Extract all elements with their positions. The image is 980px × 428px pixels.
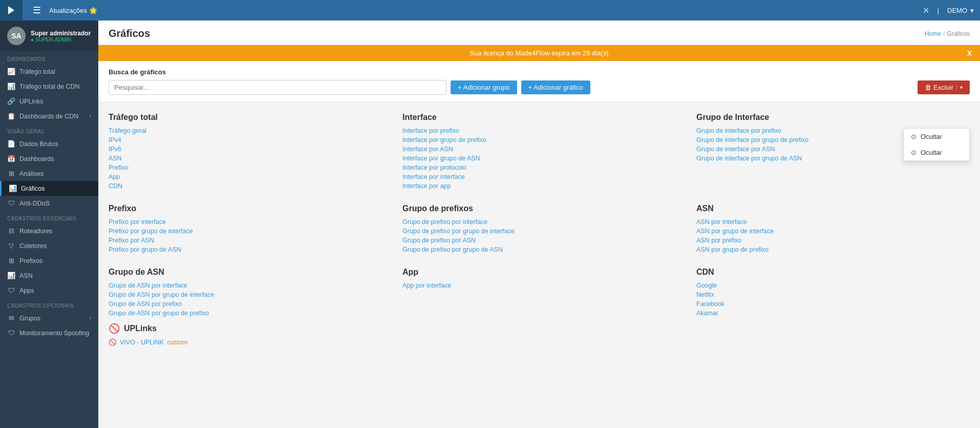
link-grupo-prefixo-grupo-asn[interactable]: Grupo de prefixo por grupo de ASN: [402, 246, 676, 253]
link-grupo-prefixo-asn[interactable]: Grupo de prefixo por ASN: [402, 237, 676, 244]
sidebar-item-anti-ddos[interactable]: 🛡 Anti-DDoS: [0, 196, 98, 211]
section-label-cadastros-opcionais: Cadastros opcionais: [0, 298, 98, 311]
link-app[interactable]: App: [109, 173, 382, 180]
link-interface-interface[interactable]: Interface por interface: [402, 173, 676, 180]
uplinks-label: UPLinks: [124, 324, 157, 333]
sidebar-item-label: Gráficos: [21, 185, 91, 192]
add-group-button[interactable]: + Adicionar grupo: [451, 80, 517, 94]
section-interface: Interface Interface por prefixo Interfac…: [402, 113, 676, 192]
chevron-left-icon: ‹: [90, 315, 91, 321]
link-grupo-asn-interface[interactable]: Grupo de ASN por interface: [109, 282, 382, 289]
sidebar-item-trafego-cdn[interactable]: 📊 Tráfego total de CDN: [0, 79, 98, 94]
link-interface-grupo-prefixo[interactable]: Interface por grupo de prefixo: [402, 136, 676, 144]
link-prefixo-asn[interactable]: Prefixo por ASN: [109, 237, 382, 244]
shield-icon: 🛡: [7, 199, 15, 207]
sidebar-item-analises[interactable]: ⊞ Análises: [0, 166, 98, 181]
sidebar-item-uplinks[interactable]: 🔗 UPLinks: [0, 94, 98, 109]
sidebar-item-asn[interactable]: 📊 ASN: [0, 268, 98, 283]
link-cdn-netflix[interactable]: Netflix: [696, 291, 970, 298]
link-asn-grupo-prefixo[interactable]: ASN por grupo de prefixo: [696, 246, 970, 253]
brand-icon: [5, 4, 17, 16]
section-title: ASN: [696, 204, 970, 213]
link-interface-prefixo[interactable]: Interface por prefixo: [402, 127, 676, 134]
topnav-separator: |: [938, 7, 939, 14]
dropdown-icon: ▾: [970, 7, 974, 14]
topnav-right: ✕ | DEMO ▾: [923, 6, 974, 15]
content-area: Tráfego total Tráfego geral IPv4 IPv6 AS…: [98, 103, 980, 358]
sidebar-item-graficos[interactable]: 📊 Gráficos: [0, 181, 98, 196]
link-ipv4[interactable]: IPv4: [109, 136, 382, 144]
dropdown-item-ocultar-2[interactable]: ⊙ Ocultar: [904, 145, 969, 160]
updates-button[interactable]: Atualizações 🌟: [49, 7, 97, 14]
sidebar-item-apps[interactable]: 🛡 Apps: [0, 283, 98, 298]
breadcrumb-home[interactable]: Home: [925, 30, 941, 37]
link-grupo-asn-grupo-prefixo[interactable]: Grupo de ASN por grupo de prefixo: [109, 310, 382, 317]
search-input[interactable]: [109, 80, 446, 95]
hamburger-button[interactable]: ☰: [33, 5, 41, 16]
license-close-button[interactable]: X: [967, 49, 972, 57]
section-prefixo: Prefixo Prefixo por interface Prefixo po…: [109, 204, 382, 255]
delete-button[interactable]: 🗑 Excluir ▾: [918, 80, 970, 94]
link-interface-protocolo[interactable]: Interface por protocolo: [402, 164, 676, 171]
sidebar-item-label: UPLinks: [19, 98, 91, 105]
sidebar-item-label: Análises: [19, 170, 91, 177]
link-interface-grupo-asn[interactable]: Interface por grupo de ASN: [402, 155, 676, 162]
link-prefixo-grupo-asn[interactable]: Prefixo por grupo de ASN: [109, 246, 382, 253]
sidebar-item-label: Apps: [19, 287, 91, 294]
sidebar-item-trafego-total[interactable]: 📈 Tráfego total: [0, 64, 98, 79]
breadcrumb-current: Gráficos: [947, 30, 970, 37]
sidebar: SA Super administrador ● SUPER-ADMIN Das…: [0, 21, 98, 428]
chevron-left-icon: ‹: [90, 113, 91, 119]
dropdown-item-label: Ocultar: [921, 149, 942, 156]
link-trafego-geral[interactable]: Tráfego geral: [109, 127, 382, 134]
section-title: CDN: [696, 268, 970, 277]
link-ipv6[interactable]: IPv6: [109, 146, 382, 153]
link-grupo-prefixo-interface[interactable]: Grupo de prefixo por interface: [402, 218, 676, 226]
link-interface-asn[interactable]: Interface por ASN: [402, 146, 676, 153]
link-prefixo-grupo-interface[interactable]: Prefixo por grupo de interface: [109, 228, 382, 235]
user-badge[interactable]: DEMO ▾: [947, 7, 974, 14]
link-grupo-asn-grupo-interface[interactable]: Grupo de ASN por grupo de interface: [109, 291, 382, 298]
link-cdn-google[interactable]: Google: [696, 282, 970, 289]
link-cdn-facebook[interactable]: Facebook: [696, 300, 970, 308]
sidebar-item-roteadores[interactable]: ⊟ Roteadores: [0, 223, 98, 238]
link-prefixo-interface[interactable]: Prefixo por interface: [109, 218, 382, 226]
add-graph-button[interactable]: + Adicionar gráfico: [521, 80, 590, 94]
sidebar-item-dados-brutos[interactable]: 📄 Dados Brutos: [0, 136, 98, 151]
link-asn[interactable]: ASN: [109, 155, 382, 162]
sidebar-item-dashboards-cdn[interactable]: 📋 Dashboards de CDN ‹: [0, 109, 98, 124]
sidebar-user: SA Super administrador ● SUPER-ADMIN: [0, 21, 98, 51]
sidebar-item-prefixos[interactable]: ⊞ Prefixos: [0, 253, 98, 268]
eye-off-icon-2: ⊙: [911, 149, 917, 156]
sidebar-item-monitoramento[interactable]: 🛡 Monitoramento Spoofing: [0, 325, 98, 340]
dropdown-item-ocultar-1[interactable]: ⊙ Ocultar: [904, 129, 969, 145]
link-prefixo[interactable]: Prefixo: [109, 164, 382, 171]
sidebar-item-grupos[interactable]: ✉ Grupos ‹: [0, 311, 98, 325]
chart-icon: 📈: [7, 68, 15, 75]
dropdown-menu: ⊙ Ocultar ⊙ Ocultar: [903, 128, 970, 161]
sidebar-item-coletores[interactable]: ▽ Coletores: [0, 238, 98, 253]
link-interface-app[interactable]: Interface por app: [402, 182, 676, 190]
page-header: Gráficos Home / Gráficos: [98, 21, 980, 45]
avatar: SA: [7, 27, 26, 45]
prefix-icon: ⊞: [7, 257, 15, 264]
link-app-interface[interactable]: App por interface: [402, 282, 676, 289]
link-grupo-prefixo-grupo-interface[interactable]: Grupo de prefixo por grupo de interface: [402, 228, 676, 235]
link-grupo-asn-prefixo[interactable]: Grupo de ASN por prefixo: [109, 300, 382, 308]
sidebar-item-label: Prefixos: [19, 257, 91, 264]
sidebar-item-label: Tráfego total de CDN: [19, 83, 91, 90]
sidebar-item-dashboards[interactable]: 📅 Dashboards: [0, 151, 98, 166]
uplink-link[interactable]: VIVO - UPLINK: [120, 339, 164, 346]
trash-icon: 🗑: [925, 84, 931, 91]
close-icon[interactable]: ✕: [923, 6, 929, 15]
link-cdn[interactable]: CDN: [109, 182, 382, 190]
dropdown-arrow-icon: ▾: [956, 85, 963, 90]
link-cdn-akamai[interactable]: Akamai: [696, 310, 970, 317]
link-icon: 🔗: [7, 97, 15, 105]
layout: SA Super administrador ● SUPER-ADMIN Das…: [0, 21, 980, 428]
link-asn-interface[interactable]: ASN por interface: [696, 218, 970, 226]
sidebar-item-label: Grupos: [19, 315, 86, 322]
link-asn-grupo-interface[interactable]: ASN por grupo de interface: [696, 228, 970, 235]
link-asn-prefixo[interactable]: ASN por prefixo: [696, 237, 970, 244]
section-cdn: CDN Google Netflix Facebook Akamai: [696, 268, 970, 319]
